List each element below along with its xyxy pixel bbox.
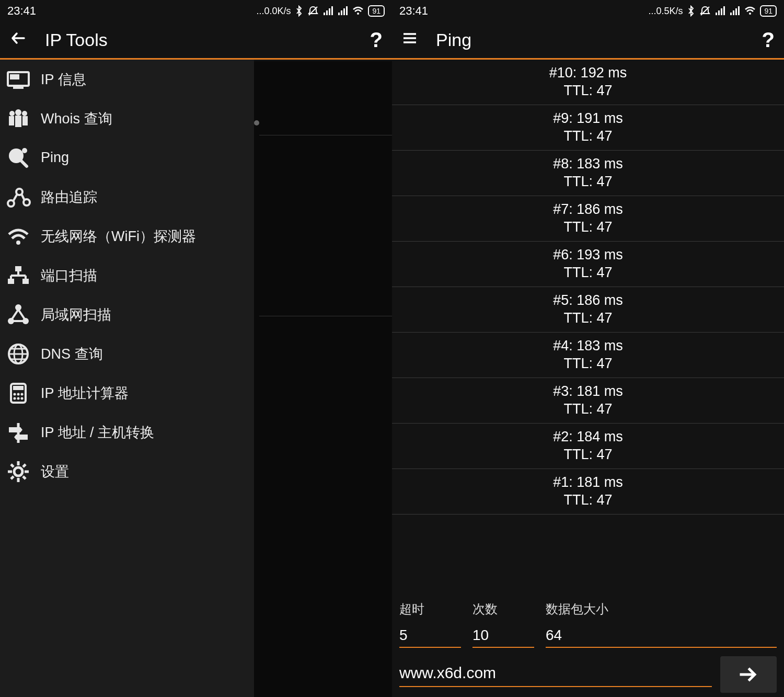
ping-result-row: #3: 181 msTTL: 47 — [392, 378, 784, 424]
ping-result-line1: #9: 191 ms — [392, 109, 784, 127]
back-icon[interactable] — [9, 29, 27, 51]
sidebar-item-portscan[interactable]: 端口扫描 — [0, 256, 254, 295]
host-input[interactable] — [399, 662, 712, 687]
lan-icon — [5, 302, 31, 328]
timeout-input[interactable] — [399, 625, 461, 648]
svg-rect-71 — [730, 13, 732, 15]
ping-result-row: #8: 183 msTTL: 47 — [392, 151, 784, 196]
status-speed: ...0.0K/s — [256, 6, 291, 17]
mute-icon — [699, 5, 711, 17]
ping-result-line2: TTL: 47 — [392, 309, 784, 327]
svg-point-14 — [9, 111, 15, 116]
sidebar-item-label: 设置 — [41, 462, 69, 481]
sidebar-item-label: IP 地址 / 主机转换 — [41, 423, 154, 442]
svg-rect-3 — [329, 8, 330, 15]
menu-backdrop[interactable] — [254, 61, 392, 697]
calculator-icon — [5, 380, 31, 406]
svg-line-64 — [11, 476, 14, 479]
svg-rect-67 — [716, 13, 717, 15]
ping-results-list[interactable]: #10: 192 msTTL: 47#9: 191 msTTL: 47#8: 1… — [392, 60, 784, 598]
svg-rect-30 — [22, 279, 29, 284]
sidebar-item-lanscan[interactable]: 局域网扫描 — [0, 295, 254, 334]
count-field: 次数 — [472, 601, 534, 648]
sidebar-item-label: 无线网络（WiFi）探测器 — [41, 227, 196, 246]
svg-point-49 — [17, 393, 20, 395]
ping-result-row: #5: 186 msTTL: 47 — [392, 287, 784, 333]
svg-rect-72 — [733, 10, 734, 15]
sidebar-item-iphost[interactable]: IP 地址 / 主机转换 — [0, 413, 254, 452]
sidebar-item-dns[interactable]: DNS 查询 — [0, 334, 254, 373]
partial-divider — [259, 316, 392, 316]
packet-size-input[interactable] — [546, 625, 777, 648]
page-indicator-dot — [254, 120, 259, 125]
svg-point-75 — [749, 13, 751, 15]
svg-point-13 — [15, 109, 21, 116]
ping-result-line1: #1: 181 ms — [392, 473, 784, 491]
sidebar-item-label: IP 信息 — [41, 70, 86, 89]
ping-result-row: #1: 181 msTTL: 47 — [392, 469, 784, 515]
svg-point-20 — [22, 148, 27, 153]
svg-rect-28 — [15, 266, 21, 271]
route-icon — [5, 184, 31, 210]
gear-icon — [5, 459, 31, 485]
battery-level: 91 — [760, 5, 777, 17]
signal-icon-2 — [338, 6, 348, 16]
ping-result-line2: TTL: 47 — [392, 82, 784, 99]
svg-rect-18 — [22, 116, 28, 125]
ping-result-line2: TTL: 47 — [392, 218, 784, 236]
svg-point-27 — [16, 241, 20, 245]
paddle-icon — [5, 145, 31, 171]
sidebar-item-traceroute[interactable]: 路由追踪 — [0, 177, 254, 216]
app-bar: Ping ? — [392, 22, 784, 60]
hamburger-icon[interactable] — [401, 30, 418, 51]
svg-rect-11 — [10, 74, 19, 79]
app-title: Ping — [436, 30, 471, 50]
ping-result-line2: TTL: 47 — [392, 400, 784, 418]
mute-icon — [307, 5, 319, 17]
partial-divider — [259, 135, 392, 135]
app-bar: IP Tools ? — [0, 22, 392, 60]
ping-result-line2: TTL: 47 — [392, 264, 784, 281]
help-icon[interactable]: ? — [762, 28, 775, 52]
sidebar-item-whois[interactable]: Whois 查询 — [0, 99, 254, 138]
svg-line-62 — [11, 464, 14, 467]
ping-result-line2: TTL: 47 — [392, 445, 784, 463]
svg-rect-74 — [738, 6, 740, 15]
sidebar-item-ipcalc[interactable]: IP 地址计算器 — [0, 373, 254, 413]
sidebar-item-settings[interactable]: 设置 — [0, 452, 254, 491]
status-icons: ...0.5K/s 91 — [648, 5, 777, 17]
sidebar-menu: IP 信息Whois 查询Ping路由追踪无线网络（WiFi）探测器端口扫描局域… — [0, 60, 254, 697]
ping-result-line1: #5: 186 ms — [392, 291, 784, 309]
svg-line-65 — [23, 464, 26, 467]
sidebar-item-ip-info[interactable]: IP 信息 — [0, 60, 254, 99]
signal-icon-1 — [715, 6, 725, 16]
svg-marker-56 — [14, 435, 28, 440]
status-speed: ...0.5K/s — [648, 6, 683, 17]
signpost-icon — [5, 419, 31, 445]
run-ping-button[interactable] — [720, 656, 777, 693]
ping-result-line2: TTL: 47 — [392, 491, 784, 509]
sidebar-item-wifi[interactable]: 无线网络（WiFi）探测器 — [0, 216, 254, 256]
ping-result-line1: #4: 183 ms — [392, 337, 784, 355]
ping-result-line1: #8: 183 ms — [392, 155, 784, 173]
ping-result-line1: #2: 184 ms — [392, 428, 784, 445]
wifi-icon — [5, 223, 31, 249]
svg-rect-69 — [721, 8, 722, 15]
ping-result-line1: #3: 181 ms — [392, 382, 784, 400]
sidebar-item-ping[interactable]: Ping — [0, 138, 254, 177]
help-icon[interactable]: ? — [370, 28, 383, 52]
packet-size-field: 数据包大小 — [546, 601, 777, 648]
ping-result-line1: #7: 186 ms — [392, 200, 784, 218]
bluetooth-icon — [687, 5, 695, 17]
monitor-icon — [5, 66, 31, 93]
status-time: 23:41 — [399, 4, 428, 18]
count-input[interactable] — [472, 625, 534, 648]
app-title: IP Tools — [45, 30, 108, 50]
svg-line-26 — [21, 194, 25, 200]
count-label: 次数 — [472, 601, 534, 618]
ping-result-row: #10: 192 msTTL: 47 — [392, 60, 784, 105]
battery-level: 91 — [368, 5, 385, 17]
wifi-status-icon — [352, 6, 364, 16]
svg-line-39 — [18, 310, 25, 319]
status-time: 23:41 — [7, 4, 36, 18]
